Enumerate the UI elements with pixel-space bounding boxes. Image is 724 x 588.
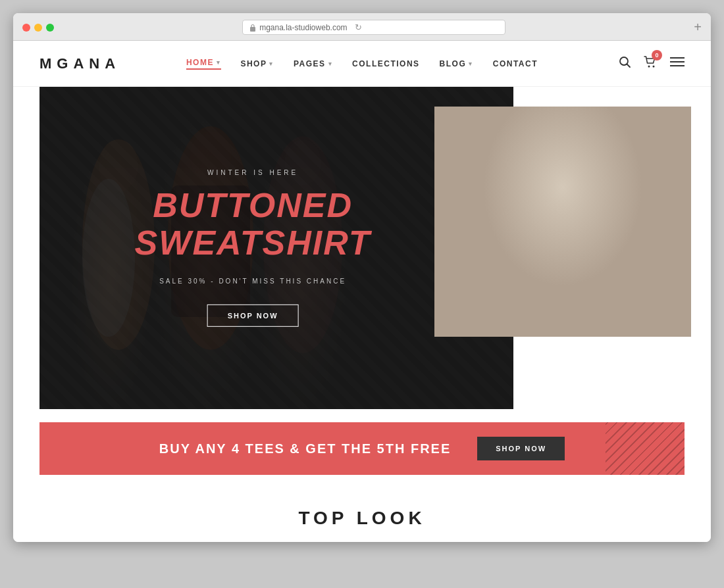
- chevron-icon: ▾: [328, 61, 333, 67]
- nav-link-pages[interactable]: PAGES ▾: [294, 59, 332, 68]
- svg-point-4: [652, 66, 654, 68]
- hero-content: WINTER IS HERE BUTTONED SWEATSHIRT SALE …: [135, 169, 371, 327]
- nav-item-pages[interactable]: PAGES ▾: [294, 59, 332, 68]
- svg-point-19: [534, 120, 592, 166]
- nav-link-blog[interactable]: BLOG ▾: [440, 59, 473, 68]
- cart-badge: 0: [652, 50, 662, 61]
- browser-chrome: mgana.la-studioweb.com ↻ +: [13, 13, 711, 41]
- lock-icon: [249, 24, 256, 32]
- nav-item-blog[interactable]: BLOG ▾: [440, 59, 473, 68]
- product-person-figure: [434, 107, 691, 337]
- dot-minimize[interactable]: [34, 24, 42, 32]
- nav-item-shop[interactable]: SHOP ▾: [240, 59, 274, 68]
- search-button[interactable]: [619, 56, 631, 71]
- nav-link-collections[interactable]: COLLECTIONS: [352, 59, 420, 68]
- svg-point-15: [82, 179, 135, 337]
- top-look-title: TOP LOOK: [39, 508, 685, 529]
- svg-rect-0: [250, 27, 255, 32]
- hero-subtitle: WINTER IS HERE: [135, 169, 371, 176]
- reload-button[interactable]: ↻: [355, 22, 362, 32]
- chevron-icon: ▾: [469, 61, 473, 67]
- nav-link-shop[interactable]: SHOP ▾: [240, 59, 274, 68]
- dot-maximize[interactable]: [46, 24, 54, 32]
- hero-title: BUTTONED SWEATSHIRT: [135, 187, 371, 262]
- promo-cta-button[interactable]: SHOP NOW: [477, 437, 565, 460]
- promo-text: BUY ANY 4 TEES & GET THE 5TH FREE: [159, 441, 451, 456]
- hero-product-image: [434, 107, 691, 337]
- nav-link-contact[interactable]: CONTACT: [493, 59, 538, 68]
- hero-cta-button[interactable]: SHOP NOW: [207, 305, 299, 327]
- hero-section: WINTER IS HERE BUTTONED SWEATSHIRT SALE …: [39, 87, 685, 416]
- chevron-icon: ▾: [217, 59, 221, 66]
- browser-window: mgana.la-studioweb.com ↻ + MGANA HOME ▾ …: [13, 13, 711, 542]
- hamburger-icon: [670, 57, 685, 67]
- svg-point-21: [552, 157, 558, 164]
- promo-banner: BUY ANY 4 TEES & GET THE 5TH FREE SHOP N…: [39, 422, 685, 475]
- url-text: mgana.la-studioweb.com: [259, 23, 347, 32]
- svg-point-18: [536, 124, 589, 187]
- dot-close[interactable]: [22, 24, 30, 32]
- svg-point-22: [567, 157, 574, 164]
- nav-item-contact[interactable]: CONTACT: [493, 59, 538, 68]
- top-look-section: TOP LOOK: [13, 475, 711, 542]
- svg-rect-20: [554, 179, 571, 195]
- browser-dots: [22, 24, 54, 32]
- cart-button[interactable]: 0: [644, 55, 657, 72]
- svg-rect-17: [434, 107, 691, 337]
- address-bar[interactable]: mgana.la-studioweb.com ↻: [242, 20, 505, 35]
- search-icon: [619, 56, 631, 68]
- svg-line-2: [627, 64, 630, 68]
- navbar: MGANA HOME ▾ SHOP ▾ PAGES: [13, 41, 711, 87]
- nav-item-home[interactable]: HOME ▾: [186, 58, 221, 70]
- svg-point-3: [648, 66, 650, 68]
- site-logo[interactable]: MGANA: [39, 55, 120, 72]
- menu-button[interactable]: [670, 57, 685, 70]
- chevron-icon: ▾: [269, 61, 274, 67]
- website-content: MGANA HOME ▾ SHOP ▾ PAGES: [13, 41, 711, 542]
- nav-actions: 0: [619, 55, 685, 72]
- new-tab-button[interactable]: +: [694, 20, 702, 35]
- hero-description: SALE 30% - DON'T MISS THIS CHANCE: [135, 278, 371, 285]
- nav-link-home[interactable]: HOME ▾: [186, 58, 221, 70]
- nav-item-collections[interactable]: COLLECTIONS: [352, 59, 420, 68]
- nav-links: HOME ▾ SHOP ▾ PAGES ▾: [186, 58, 538, 70]
